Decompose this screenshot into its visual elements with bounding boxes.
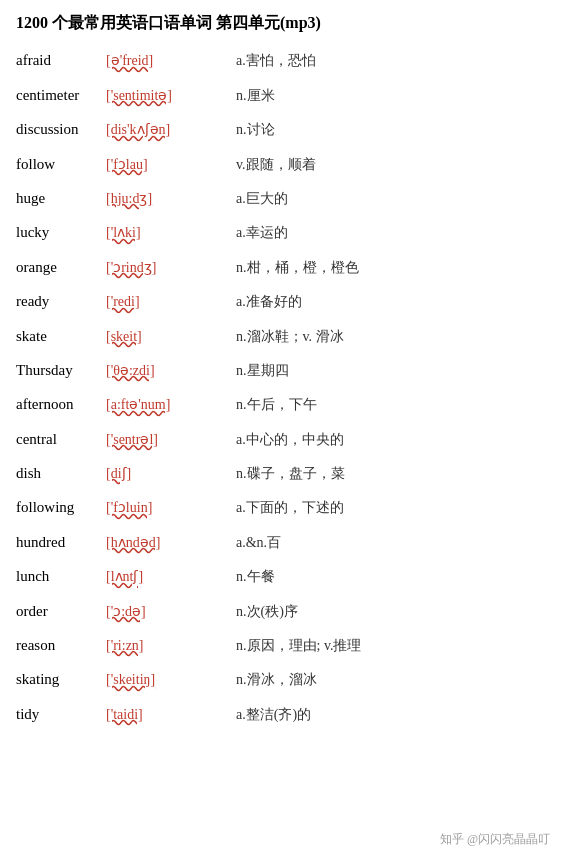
word-entry: discussion[dis'kʌʃən]n.讨论 [16, 117, 546, 141]
definition-text: a.巨大的 [236, 188, 288, 210]
definition-text: n.厘米 [236, 85, 275, 107]
definition-text: a.中心的，中央的 [236, 429, 344, 451]
word-text: Thursday [16, 358, 106, 382]
definition-text: n.午后，下午 [236, 394, 317, 416]
word-entry: afraid[ə'freid]a.害怕，恐怕 [16, 48, 546, 72]
word-text: following [16, 495, 106, 519]
definition-text: a.害怕，恐怕 [236, 50, 316, 72]
phonetic-text: [hju:dʒ] [106, 188, 236, 210]
word-text: lucky [16, 220, 106, 244]
word-entry: tidy['taidi]a.整洁(齐)的 [16, 702, 546, 726]
phonetic-text: ['ri:zn] [106, 635, 236, 657]
word-entry: afternoon[a:ftə'num]n.午后，下午 [16, 392, 546, 416]
word-text: centimeter [16, 83, 106, 107]
definition-text: v.跟随，顺着 [236, 154, 316, 176]
word-entry: lucky['lʌki]a.幸运的 [16, 220, 546, 244]
definition-text: a.准备好的 [236, 291, 302, 313]
word-text: ready [16, 289, 106, 313]
word-text: lunch [16, 564, 106, 588]
word-text: dish [16, 461, 106, 485]
phonetic-text: [diʃ] [106, 463, 236, 485]
phonetic-text: [a:ftə'num] [106, 394, 236, 416]
definition-text: n.滑冰，溜冰 [236, 669, 317, 691]
phonetic-text: ['redi] [106, 291, 236, 313]
definition-text: n.星期四 [236, 360, 289, 382]
phonetic-text: [lʌntʃ] [106, 566, 236, 588]
phonetic-text: ['lʌki] [106, 222, 236, 244]
word-text: skating [16, 667, 106, 691]
word-text: hundred [16, 530, 106, 554]
word-entry: reason['ri:zn]n.原因，理由; v.推理 [16, 633, 546, 657]
phonetic-text: [skeit] [106, 326, 236, 348]
word-entry: follow['fɔlau]v.跟随，顺着 [16, 152, 546, 176]
word-entry: skate[skeit]n.溜冰鞋；v. 滑冰 [16, 324, 546, 348]
definition-text: n.讨论 [236, 119, 275, 141]
phonetic-text: ['fɔlau] [106, 154, 236, 176]
phonetic-text: [hʌndəd] [106, 532, 236, 554]
word-entry: central['sentrəl]a.中心的，中央的 [16, 427, 546, 451]
phonetic-text: ['sentimitə] [106, 85, 236, 107]
word-entry: centimeter['sentimitə]n.厘米 [16, 83, 546, 107]
word-text: skate [16, 324, 106, 348]
word-entry: order['ɔ:də]n.次(秩)序 [16, 599, 546, 623]
word-text: huge [16, 186, 106, 210]
word-text: order [16, 599, 106, 623]
phonetic-text: ['ɔrindʒ] [106, 257, 236, 279]
word-text: follow [16, 152, 106, 176]
definition-text: n.原因，理由; v.推理 [236, 635, 361, 657]
watermark: 知乎 @闪闪亮晶晶叮 [440, 831, 550, 848]
phonetic-text: [ə'freid] [106, 50, 236, 72]
word-text: discussion [16, 117, 106, 141]
phonetic-text: [dis'kʌʃən] [106, 119, 236, 141]
word-text: central [16, 427, 106, 451]
word-entry: hundred[hʌndəd]a.&n.百 [16, 530, 546, 554]
word-entry: following['fɔluin]a.下面的，下述的 [16, 495, 546, 519]
definition-text: a.&n.百 [236, 532, 281, 554]
definition-text: n.午餐 [236, 566, 275, 588]
word-entry: skating['skeitiŋ]n.滑冰，溜冰 [16, 667, 546, 691]
word-text: afraid [16, 48, 106, 72]
word-entry: dish[diʃ]n.碟子，盘子，菜 [16, 461, 546, 485]
word-entry: ready['redi]a.准备好的 [16, 289, 546, 313]
definition-text: n.次(秩)序 [236, 601, 298, 623]
phonetic-text: ['θə:zdi] [106, 360, 236, 382]
phonetic-text: ['fɔluin] [106, 497, 236, 519]
definition-text: a.幸运的 [236, 222, 288, 244]
word-entry: Thursday['θə:zdi]n.星期四 [16, 358, 546, 382]
definition-text: n.柑，桶，橙，橙色 [236, 257, 359, 279]
definition-text: n.溜冰鞋；v. 滑冰 [236, 326, 344, 348]
definition-text: a.整洁(齐)的 [236, 704, 311, 726]
definition-text: n.碟子，盘子，菜 [236, 463, 345, 485]
page-title: 1200 个最常用英语口语单词 第四单元(mp3) [16, 12, 546, 34]
word-text: reason [16, 633, 106, 657]
word-text: afternoon [16, 392, 106, 416]
phonetic-text: ['skeitiŋ] [106, 669, 236, 691]
phonetic-text: ['ɔ:də] [106, 601, 236, 623]
phonetic-text: ['sentrəl] [106, 429, 236, 451]
word-entry: orange['ɔrindʒ]n.柑，桶，橙，橙色 [16, 255, 546, 279]
word-text: orange [16, 255, 106, 279]
word-entry: huge[hju:dʒ]a.巨大的 [16, 186, 546, 210]
definition-text: a.下面的，下述的 [236, 497, 344, 519]
word-text: tidy [16, 702, 106, 726]
word-entry: lunch[lʌntʃ]n.午餐 [16, 564, 546, 588]
phonetic-text: ['taidi] [106, 704, 236, 726]
